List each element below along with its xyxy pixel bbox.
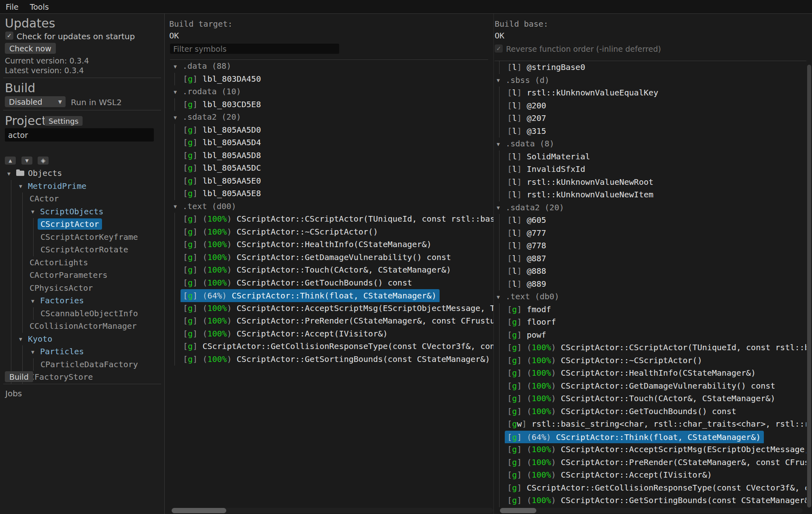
collapse-triangle-icon[interactable]: ▼ <box>174 200 183 213</box>
tree-item-Objects[interactable]: ▼Objects <box>0 167 164 180</box>
project-search-input[interactable] <box>5 128 154 142</box>
symbol-row[interactable]: [g] (100%) CScriptActor::HealthInfo(CSta… <box>165 238 493 251</box>
collapse-triangle-icon[interactable]: ▼ <box>497 291 506 303</box>
build-mode-dropdown[interactable]: Disabled ▼ <box>5 96 66 107</box>
tree-item-CActorParameters[interactable]: CActorParameters <box>0 269 164 282</box>
symbol-row[interactable]: [g] (100%) CScriptActor::AcceptScriptMsg… <box>495 443 806 456</box>
symbol-row[interactable]: [g] fmodf <box>495 303 806 316</box>
symbol-row[interactable]: [gw] rstl::basic_string<char, rstl::char… <box>495 418 806 431</box>
project-settings-button[interactable]: Settings <box>45 116 83 126</box>
symbol-row[interactable]: [l] @315 <box>495 125 806 138</box>
symbol-row[interactable]: [g] lbl_805AA5E8 <box>165 187 493 200</box>
collapse-triangle-icon[interactable]: ▼ <box>19 333 28 346</box>
prev-match-button[interactable]: ▲ <box>5 157 16 165</box>
symbol-row[interactable]: [g] lbl_805AA5D0 <box>165 124 493 137</box>
collapse-triangle-icon[interactable]: ▼ <box>19 180 28 193</box>
base-hscrollbar-thumb[interactable] <box>500 508 536 513</box>
symbol-row[interactable]: [g] (100%) CScriptActor::GetSortingBound… <box>495 494 806 507</box>
collapse-triangle-icon[interactable]: ▼ <box>174 86 183 98</box>
menu-tools[interactable]: Tools <box>24 2 55 11</box>
collapse-triangle-icon[interactable]: ▼ <box>497 201 506 214</box>
collapse-triangle-icon[interactable]: ▼ <box>174 60 183 73</box>
collapse-triangle-icon[interactable]: ▼ <box>497 74 506 87</box>
symbol-row[interactable]: [g] (100%) CScriptActor::PreRender(CStat… <box>495 456 806 469</box>
menu-file[interactable]: File <box>0 2 24 11</box>
tree-item-CScriptActorRotate[interactable]: CScriptActorRotate <box>0 243 164 256</box>
locate-button[interactable]: ◈ <box>38 157 49 165</box>
collapse-triangle-icon[interactable]: ▼ <box>31 295 40 308</box>
tree-item-CScannableObjectInfo[interactable]: CScannableObjectInfo <box>0 307 164 320</box>
section-row[interactable]: ▼.text (db0) <box>495 290 806 303</box>
section-row[interactable]: ▼.rodata (10) <box>165 85 493 98</box>
symbol-row[interactable]: [g] CScriptActor::GetCollisionResponseTy… <box>165 340 493 353</box>
symbol-row[interactable]: [l] rstl::kUnknownValueNewItem <box>495 188 806 201</box>
next-match-button[interactable]: ▼ <box>21 157 32 165</box>
target-hscrollbar-thumb[interactable] <box>172 508 226 513</box>
symbol-row[interactable]: [l] @605 <box>495 214 806 227</box>
symbol-row[interactable]: [l] @888 <box>495 265 806 278</box>
symbol-row[interactable]: [g] (100%) CScriptActor::GetDamageVulner… <box>165 251 493 264</box>
base-vscrollbar-thumb[interactable] <box>807 65 811 508</box>
symbol-row[interactable]: [l] @778 <box>495 239 806 252</box>
tree-item-CParticleDataFactory[interactable]: CParticleDataFactory <box>0 358 164 371</box>
reverse-order-checkbox[interactable]: ✓ <box>495 44 503 53</box>
check-now-button[interactable]: Check now <box>5 43 56 54</box>
symbol-row[interactable]: [g] (100%) CScriptActor::CScriptActor(TU… <box>495 341 806 354</box>
tree-item-MetroidPrime[interactable]: ▼MetroidPrime <box>0 180 164 193</box>
base-hscrollbar-track[interactable] <box>500 508 803 513</box>
collapse-triangle-icon[interactable]: ▼ <box>7 167 16 180</box>
section-row[interactable]: ▼.text (d00) <box>165 200 493 213</box>
symbol-row[interactable]: [g] (100%) CScriptActor::Accept(IVisitor… <box>495 469 806 482</box>
symbol-row[interactable]: [g] (100%) CScriptActor::GetDamageVulner… <box>495 380 806 393</box>
tree-item-CScriptActorKeyframe[interactable]: CScriptActorKeyframe <box>0 231 164 244</box>
symbol-row[interactable]: [g] floorf <box>495 316 806 329</box>
tree-item-Kyoto[interactable]: ▼Kyoto <box>0 333 164 346</box>
symbol-row[interactable]: [g] lbl_803DA450 <box>165 73 493 86</box>
tree-item-CActor[interactable]: CActor <box>0 192 164 205</box>
symbol-row[interactable]: [g] (100%) CScriptActor::Touch(CActor&, … <box>165 264 493 277</box>
symbol-row[interactable]: [g] lbl_803CD5E8 <box>165 98 493 111</box>
symbol-row[interactable]: [l] @stringBase0 <box>495 61 806 74</box>
updates-startup-checkbox[interactable]: ✓ <box>5 32 13 40</box>
symbol-row[interactable]: [l] @887 <box>495 252 806 265</box>
symbol-row[interactable]: [g] (100%) CScriptActor::PreRender(CStat… <box>165 315 493 328</box>
symbol-row[interactable]: [l] @200 <box>495 99 806 112</box>
section-row[interactable]: ▼.sbss (d) <box>495 74 806 87</box>
symbol-row[interactable]: [g] (100%) CScriptActor::HealthInfo(CSta… <box>495 367 806 380</box>
tree-item-CActorLights[interactable]: CActorLights <box>0 256 164 269</box>
tree-item-ScriptObjects[interactable]: ▼ScriptObjects <box>0 205 164 218</box>
section-row[interactable]: ▼.sdata2 (20) <box>495 201 806 214</box>
build-button[interactable]: Build <box>5 371 33 382</box>
collapse-triangle-icon[interactable]: ▼ <box>174 111 183 124</box>
symbol-row[interactable]: [l] @889 <box>495 278 806 291</box>
section-row[interactable]: ▼.data (88) <box>165 60 493 73</box>
tree-item-CScriptActor[interactable]: CScriptActor <box>0 218 164 231</box>
symbol-row[interactable]: [g] lbl_805AA5D8 <box>165 149 493 162</box>
symbol-row[interactable]: [g] lbl_805AA5E0 <box>165 175 493 188</box>
tree-item-CCollisionActorManager[interactable]: CCollisionActorManager <box>0 320 164 333</box>
symbol-row[interactable]: [g] lbl_805AA5D4 <box>165 136 493 149</box>
tree-item-Factories[interactable]: ▼Factories <box>0 294 164 307</box>
collapse-triangle-icon[interactable]: ▼ <box>31 205 40 218</box>
symbol-row[interactable]: [g] (64%) CScriptActor::Think(float, CSt… <box>165 289 493 302</box>
symbol-row[interactable]: [l] rstl::kUnknownValueEqualKey <box>495 87 806 99</box>
symbol-row[interactable]: [g] powf <box>495 329 806 342</box>
symbol-row[interactable]: [g] lbl_805AA5DC <box>165 162 493 175</box>
symbol-row[interactable]: [l] @777 <box>495 227 806 240</box>
symbol-row[interactable]: [g] (64%) CScriptActor::Think(float, CSt… <box>495 431 806 444</box>
symbol-row[interactable]: [l] rstl::kUnknownValueNewRoot <box>495 176 806 189</box>
symbol-row[interactable]: [g] (100%) CScriptActor::GetTouchBounds(… <box>165 277 493 290</box>
symbol-row[interactable]: [g] (100%) CScriptActor::GetSortingBound… <box>165 353 493 366</box>
symbol-row[interactable]: [l] @207 <box>495 112 806 125</box>
tree-item-Particles[interactable]: ▼Particles <box>0 345 164 358</box>
tree-item-CPhysicsActor[interactable]: CPhysicsActor <box>0 282 164 295</box>
symbol-row[interactable]: [g] (100%) CScriptActor::AcceptScriptMsg… <box>165 302 493 315</box>
symbol-row[interactable]: [g] (100%) CScriptActor::GetTouchBounds(… <box>495 405 806 418</box>
symbol-row[interactable]: [g] (100%) CScriptActor::Accept(IVisitor… <box>165 328 493 341</box>
symbol-row[interactable]: [l] SolidMaterial <box>495 150 806 163</box>
symbol-row[interactable]: [g] (100%) CScriptActor::CScriptActor(TU… <box>165 213 493 226</box>
symbol-row[interactable]: [g] (100%) CScriptActor::Touch(CActor&, … <box>495 392 806 405</box>
filter-symbols-input[interactable] <box>170 44 339 54</box>
collapse-triangle-icon[interactable]: ▼ <box>497 138 506 150</box>
symbol-row[interactable]: [g] CScriptActor::GetCollisionResponseTy… <box>495 482 806 495</box>
